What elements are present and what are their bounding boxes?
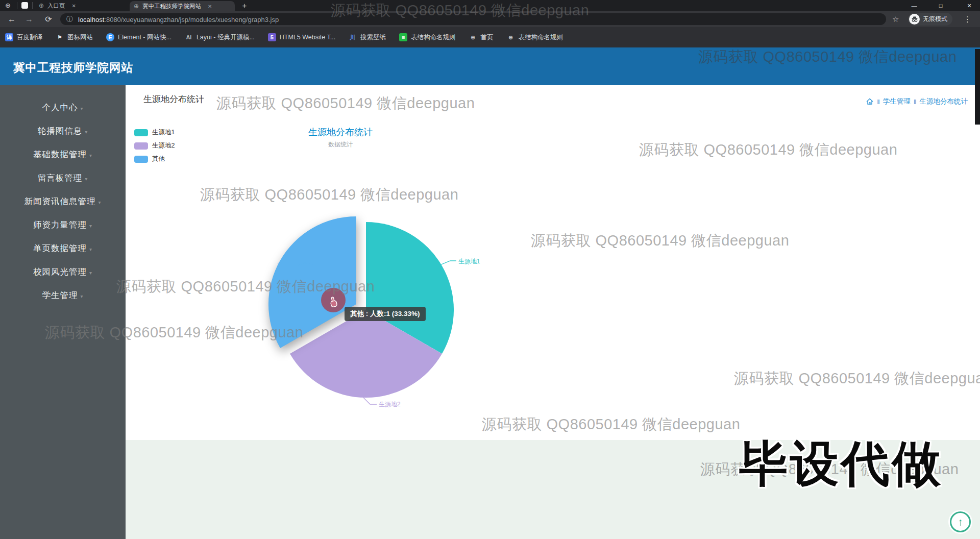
html5-template-icon: 5 — [268, 33, 276, 41]
bookmark-label: 图标网站 — [67, 33, 93, 42]
sidebar-item-7[interactable]: 校园风光管理▾ — [0, 260, 126, 283]
label-line — [363, 398, 377, 404]
tab-favicon-globe-icon: ⊕ — [134, 3, 139, 10]
bookmark-label: 表结构命名规则 — [411, 33, 456, 42]
mouse-click-highlight — [321, 288, 346, 312]
layui-icon: Ai — [185, 33, 193, 41]
bookmark-item[interactable]: 川搜索壁纸 — [349, 33, 386, 42]
bookmark-item[interactable]: ⊕首页 — [469, 33, 494, 42]
sidebar-item-label: 师资力量管理 — [33, 220, 87, 229]
forward-icon[interactable]: → — [21, 11, 37, 27]
url-host: localhost — [78, 16, 104, 23]
chevron-down-icon: ▾ — [80, 106, 83, 111]
baidu-translate-icon: 译 — [5, 33, 13, 41]
browser-toolbar: ← → ⟳ ⓘ localhost:8080/xueyuanwangzhan/j… — [0, 11, 980, 27]
bookmark-star-icon[interactable]: ☆ — [892, 11, 899, 27]
sidebar-item-0[interactable]: 个人中心▾ — [0, 95, 126, 119]
hand-cursor-icon — [329, 297, 338, 309]
legend-item-1[interactable]: 生源地2 — [134, 141, 175, 150]
bookmark-item[interactable]: 5HTML5 Website T... — [268, 33, 335, 41]
chevron-down-icon: ▾ — [85, 176, 88, 182]
label-line — [439, 261, 456, 265]
sidebar-item-2[interactable]: 基础数据管理▾ — [0, 142, 126, 166]
tab-title: 冀中工程技师学院网站 — [142, 3, 201, 10]
sidebar-item-8[interactable]: 学生管理▾ — [0, 283, 126, 307]
browser-tab-bar: ⊕ ⊕ 入口页 ✕ ⊕ 冀中工程技师学院网站 ✕ + — □ ✕ — [0, 0, 980, 11]
new-tab-button[interactable]: + — [239, 1, 250, 11]
address-bar[interactable]: ⓘ localhost:8080/xueyuanwangzhan/jsp/mod… — [60, 13, 886, 25]
window-close-button[interactable]: ✕ — [960, 0, 979, 11]
back-to-top-button[interactable]: ↑ — [950, 511, 971, 532]
bookmark-label: HTML5 Website T... — [280, 34, 335, 41]
sidebar-item-4[interactable]: 新闻资讯信息管理▾ — [0, 189, 126, 213]
pie-label-origin2[interactable]: 生源地2 — [379, 400, 401, 409]
legend-label: 生源地2 — [152, 141, 175, 150]
tab-close-icon[interactable]: ✕ — [72, 3, 76, 9]
flag-icon: ⚑ — [56, 33, 64, 41]
chevron-down-icon: ▾ — [89, 153, 92, 158]
pinned-tab-globe-icon[interactable]: ⊕ — [5, 2, 11, 10]
chevron-down-icon: ▾ — [89, 247, 92, 252]
site-info-icon[interactable]: ⓘ — [66, 15, 73, 24]
pie-label-origin1[interactable]: 生源地1 — [458, 257, 480, 266]
chart-title: 生源地分布统计 — [264, 126, 417, 138]
chevron-down-icon: ▾ — [98, 200, 101, 205]
breadcrumb-item-students[interactable]: 学生管理 — [883, 97, 911, 106]
chart-legend: 生源地1生源地2其他 — [134, 128, 175, 163]
breadcrumb-separator: ‖ — [914, 98, 917, 106]
arrow-up-icon: ↑ — [958, 516, 963, 528]
scrollbar-thumb[interactable] — [975, 49, 980, 125]
bookmark-label: 百度翻译 — [17, 33, 42, 42]
window-minimize-button[interactable]: — — [904, 0, 924, 11]
bookmark-label: 表结构命名规则 — [519, 33, 564, 42]
legend-swatch — [134, 142, 148, 150]
sidebar-item-label: 留言板管理 — [38, 173, 83, 182]
tab-entry-page[interactable]: ⊕ 入口页 ✕ — [35, 0, 128, 11]
legend-item-0[interactable]: 生源地1 — [134, 128, 175, 137]
bookmark-item[interactable]: EElement - 网站快... — [106, 33, 172, 42]
sidebar-menu: 个人中心▾轮播图信息▾基础数据管理▾留言板管理▾新闻资讯信息管理▾师资力量管理▾… — [0, 85, 126, 307]
legend-label: 生源地1 — [152, 128, 175, 137]
bookmark-label: Element - 网站快... — [118, 33, 172, 42]
sidebar-item-3[interactable]: 留言板管理▾ — [0, 166, 126, 189]
pinned-tab-icon[interactable] — [21, 2, 28, 9]
sidebar-nav: 个人中心▾轮播图信息▾基础数据管理▾留言板管理▾新闻资讯信息管理▾师资力量管理▾… — [0, 85, 126, 539]
bookmark-item[interactable]: ⚑图标网站 — [56, 33, 93, 42]
incognito-label: 无痕模式 — [923, 15, 947, 23]
bookmark-item[interactable]: ⊕表结构命名规则 — [507, 33, 564, 42]
sidebar-item-label: 学生管理 — [42, 290, 78, 300]
app-header: 冀中工程技师学院网站 — [0, 47, 980, 85]
sidebar-item-label: 个人中心 — [42, 103, 78, 112]
bookmark-item[interactable]: AiLayui - 经典开源模... — [185, 33, 255, 42]
sidebar-item-6[interactable]: 单页数据管理▾ — [0, 236, 126, 260]
sidebar-item-1[interactable]: 轮播图信息▾ — [0, 119, 126, 142]
window-maximize-button[interactable]: □ — [931, 0, 950, 11]
sidebar-item-5[interactable]: 师资力量管理▾ — [0, 213, 126, 236]
element-icon: E — [106, 33, 114, 41]
bookmark-item[interactable]: ≡表结构命名规则 — [399, 33, 456, 42]
chevron-down-icon: ▾ — [85, 129, 88, 135]
legend-swatch — [134, 129, 148, 136]
tab-school-site[interactable]: ⊕ 冀中工程技师学院网站 ✕ — [130, 1, 235, 11]
browser-menu-icon[interactable]: ⋮ — [964, 11, 971, 27]
globe-icon: ⊕ — [469, 33, 477, 41]
sidebar-item-label: 校园风光管理 — [33, 267, 87, 276]
incognito-icon — [909, 14, 920, 24]
bookmark-label: Layui - 经典开源模... — [197, 33, 255, 42]
incognito-badge: 无痕模式 — [908, 13, 952, 26]
refresh-icon[interactable]: ⟳ — [41, 11, 56, 27]
bookmark-item[interactable]: 译百度翻译 — [5, 33, 42, 42]
breadcrumb-item-current[interactable]: 生源地分布统计 — [920, 97, 968, 106]
pie-label-other[interactable]: 其他 — [277, 261, 289, 270]
back-icon[interactable]: ← — [4, 11, 19, 27]
chart-subtitle: 数据统计 — [264, 140, 417, 149]
tab-separator — [32, 2, 33, 9]
home-icon[interactable] — [866, 97, 874, 106]
breadcrumb: ‖ 学生管理 ‖ 生源地分布统计 — [866, 97, 968, 106]
sidebar-item-label: 新闻资讯信息管理 — [24, 197, 95, 206]
tab-close-icon[interactable]: ✕ — [208, 4, 212, 9]
page-title: 生源地分布统计 — [143, 93, 204, 105]
breadcrumb-separator: ‖ — [877, 98, 880, 106]
table-naming-icon: ≡ — [399, 33, 407, 41]
legend-item-2[interactable]: 其他 — [134, 155, 175, 163]
